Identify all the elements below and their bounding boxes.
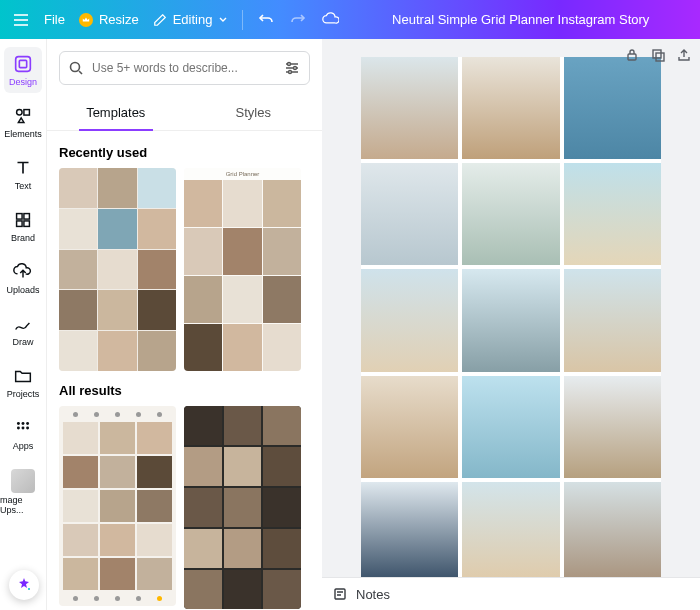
top-bar: File Resize Editing Neutral Simple Grid … — [0, 0, 700, 39]
text-icon — [12, 157, 34, 179]
resize-button[interactable]: Resize — [79, 12, 139, 27]
rail-label: mage Ups... — [0, 495, 46, 515]
svg-point-18 — [71, 63, 80, 72]
grid-photo[interactable] — [462, 376, 559, 478]
rail-label: Text — [15, 181, 32, 191]
uploads-icon — [12, 261, 34, 283]
svg-rect-8 — [24, 214, 29, 220]
tab-styles[interactable]: Styles — [185, 97, 323, 130]
bottom-bar: Notes — [322, 577, 700, 610]
svg-point-11 — [17, 422, 20, 425]
sparkle-icon — [16, 577, 32, 593]
rail-item-uploads[interactable]: Uploads — [0, 255, 46, 301]
template-thumb[interactable] — [59, 168, 176, 371]
app-thumbnail — [11, 469, 35, 493]
rail-label: Apps — [13, 441, 34, 451]
canvas-area: Notes — [322, 39, 700, 610]
left-rail: Design Elements Text Brand Uploads Draw … — [0, 39, 47, 610]
svg-point-19 — [288, 63, 291, 66]
hamburger-icon[interactable] — [12, 11, 30, 29]
svg-rect-23 — [653, 50, 661, 58]
svg-point-12 — [22, 422, 25, 425]
design-icon — [12, 53, 34, 75]
svg-rect-24 — [656, 53, 664, 61]
svg-rect-4 — [19, 60, 26, 67]
search-input[interactable] — [92, 61, 275, 75]
artboard[interactable] — [361, 57, 661, 577]
rail-item-design[interactable]: Design — [4, 47, 42, 93]
grid-photo[interactable] — [462, 482, 559, 577]
grid-photo[interactable] — [564, 269, 661, 371]
section-heading-all: All results — [59, 383, 310, 398]
grid-photo[interactable] — [564, 482, 661, 577]
rail-label: Elements — [4, 129, 42, 139]
section-heading-recent: Recently used — [59, 145, 310, 160]
rail-item-projects[interactable]: Projects — [0, 359, 46, 405]
divider — [242, 10, 243, 30]
search-icon — [68, 60, 84, 76]
grid-photo[interactable] — [564, 163, 661, 265]
crown-icon — [79, 13, 93, 27]
apps-icon — [12, 417, 34, 439]
rail-item-text[interactable]: Text — [0, 151, 46, 197]
svg-point-15 — [22, 427, 25, 430]
rail-item-apps[interactable]: Apps — [0, 411, 46, 457]
copy-icon[interactable] — [650, 47, 666, 63]
svg-point-17 — [28, 588, 30, 590]
grid-photo[interactable] — [564, 376, 661, 478]
rail-item-image-upscale[interactable]: mage Ups... — [0, 463, 46, 521]
thumb-title: Grid Planner — [184, 168, 301, 180]
grid-photo[interactable] — [361, 57, 458, 159]
rail-label: Draw — [12, 337, 33, 347]
svg-point-16 — [26, 427, 29, 430]
rail-item-brand[interactable]: Brand — [0, 203, 46, 249]
elements-icon — [12, 105, 34, 127]
draw-icon — [12, 313, 34, 335]
panel-scroll[interactable]: Recently used Grid Planner — [47, 131, 322, 610]
svg-rect-3 — [16, 57, 31, 72]
svg-rect-25 — [335, 589, 345, 599]
resize-label: Resize — [99, 12, 139, 27]
template-thumb[interactable]: Grid Planner — [184, 168, 301, 371]
side-panel: Templates Styles Recently used Grid Plan… — [47, 39, 322, 610]
tab-templates[interactable]: Templates — [47, 97, 185, 130]
file-menu[interactable]: File — [44, 12, 65, 27]
undo-button[interactable] — [257, 11, 275, 29]
rail-label: Uploads — [6, 285, 39, 295]
template-thumb[interactable] — [59, 406, 176, 606]
svg-rect-6 — [24, 110, 29, 116]
rail-label: Design — [9, 77, 37, 87]
lock-icon[interactable] — [624, 47, 640, 63]
main-area: Design Elements Text Brand Uploads Draw … — [0, 39, 700, 610]
grid-photo[interactable] — [462, 57, 559, 159]
share-icon[interactable] — [676, 47, 692, 63]
pencil-icon — [153, 13, 167, 27]
notes-icon[interactable] — [332, 586, 348, 602]
grid-photo[interactable] — [462, 269, 559, 371]
grid-photo[interactable] — [361, 269, 458, 371]
notes-button[interactable]: Notes — [356, 587, 390, 602]
svg-point-13 — [26, 422, 29, 425]
document-title[interactable]: Neutral Simple Grid Planner Instagram St… — [353, 12, 688, 27]
template-thumb[interactable] — [184, 406, 301, 609]
search-field[interactable] — [59, 51, 310, 85]
canvas-scroll[interactable] — [322, 39, 700, 577]
svg-point-5 — [17, 110, 22, 116]
chevron-down-icon — [218, 15, 228, 25]
filter-icon[interactable] — [283, 59, 301, 77]
grid-photo[interactable] — [361, 163, 458, 265]
svg-rect-10 — [24, 221, 29, 227]
cloud-sync-icon[interactable] — [321, 11, 339, 29]
magic-fab-button[interactable] — [9, 570, 39, 600]
grid-photo[interactable] — [361, 376, 458, 478]
rail-item-elements[interactable]: Elements — [0, 99, 46, 145]
grid-photo[interactable] — [564, 57, 661, 159]
rail-label: Projects — [7, 389, 40, 399]
grid-photo[interactable] — [462, 163, 559, 265]
svg-point-14 — [17, 427, 20, 430]
grid-photo[interactable] — [361, 482, 458, 577]
redo-button[interactable] — [289, 11, 307, 29]
rail-item-draw[interactable]: Draw — [0, 307, 46, 353]
projects-icon — [12, 365, 34, 387]
editing-button[interactable]: Editing — [153, 12, 229, 27]
